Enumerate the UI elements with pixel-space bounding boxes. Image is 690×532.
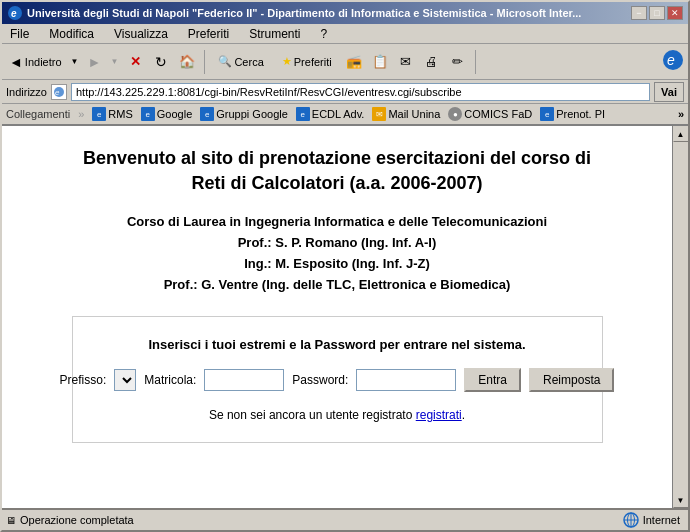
address-page-icon: e (51, 84, 67, 100)
subtitle-line-3: Ing.: M. Esposito (Ing. Inf. J-Z) (127, 254, 547, 275)
search-icon: 🔍 (218, 55, 232, 68)
menu-modifica[interactable]: Modifica (45, 26, 98, 42)
back-dropdown[interactable]: ▼ (69, 48, 81, 76)
links-label: Collegamenti (6, 108, 70, 120)
mail-button[interactable]: ✉ (395, 51, 417, 73)
scroll-down-button[interactable]: ▼ (673, 492, 689, 508)
history-button[interactable]: 📋 (369, 51, 391, 73)
status-icon: 🖥 (6, 515, 16, 526)
toolbar-sep-2 (475, 50, 476, 74)
window-title: Università degli Studi di Napoli "Federi… (27, 7, 581, 19)
links-sep: » (78, 108, 84, 120)
toolbar-sep-1 (204, 50, 205, 74)
go-button[interactable]: Vai (654, 82, 684, 102)
login-fields: Prefisso: Matricola: Password: Entra Rei… (103, 368, 572, 392)
subtitle-line-4: Prof.: G. Ventre (Ing. delle TLC, Elettr… (127, 275, 547, 296)
subtitle-line-1: Corso di Laurea in Ingegneria Informatic… (127, 212, 547, 233)
main-title: Benvenuto al sito di prenotazione eserci… (83, 146, 591, 196)
comics-icon: ● (448, 107, 462, 121)
forward-icon: ► (88, 54, 102, 70)
mail-icon: ✉ (400, 54, 411, 69)
page-content: Benvenuto al sito di prenotazione eserci… (2, 126, 672, 508)
edit-button[interactable]: ✏ (447, 51, 469, 73)
rms-icon: e (92, 107, 106, 121)
link-rms[interactable]: e RMS (92, 107, 132, 121)
favorites-star-icon: ★ (282, 55, 292, 68)
matricola-input[interactable] (204, 369, 284, 391)
page-icon: e (53, 86, 65, 98)
link-comics[interactable]: ● COMICS FaD (448, 107, 532, 121)
reimposta-button[interactable]: Reimposta (529, 368, 614, 392)
window-controls: − □ ✕ (631, 6, 683, 20)
favorites-button[interactable]: ★ Preferiti (275, 48, 339, 76)
links-expand-button[interactable]: » (678, 108, 684, 120)
password-label: Password: (292, 373, 348, 387)
subtitle-section: Corso di Laurea in Ingegneria Informatic… (127, 212, 547, 295)
back-button[interactable]: ◄ Indietro (6, 48, 65, 76)
internet-zone: Internet (623, 512, 680, 528)
browser-window: e Università degli Studi di Napoli "Fede… (0, 0, 690, 532)
entra-button[interactable]: Entra (464, 368, 521, 392)
menu-strumenti[interactable]: Strumenti (245, 26, 304, 42)
search-button[interactable]: 🔍 Cerca (211, 48, 270, 76)
forward-button[interactable]: ► (85, 48, 105, 76)
link-prenot[interactable]: e Prenot. PI (540, 107, 605, 121)
status-bar: 🖥 Operazione completata Internet (2, 508, 688, 530)
status-text: Operazione completata (20, 514, 619, 526)
internet-label: Internet (643, 514, 680, 526)
menu-visualizza[interactable]: Visualizza (110, 26, 172, 42)
ecdl-icon: e (296, 107, 310, 121)
media-button[interactable]: 📻 (343, 51, 365, 73)
address-label: Indirizzo (6, 86, 47, 98)
ie-toolbar-icon: e (662, 49, 684, 71)
gruppi-icon: e (200, 107, 214, 121)
login-box: Inserisci i tuoi estremi e la Password p… (72, 316, 603, 443)
menu-bar: File Modifica Visualizza Preferiti Strum… (2, 24, 688, 44)
menu-preferiti[interactable]: Preferiti (184, 26, 233, 42)
media-icon: 📻 (346, 54, 362, 69)
register-link[interactable]: registrati (416, 408, 462, 422)
subtitle-line-2: Prof.: S. P. Romano (Ing. Inf. A-I) (127, 233, 547, 254)
link-google[interactable]: e Google (141, 107, 192, 121)
google-icon: e (141, 107, 155, 121)
refresh-button[interactable]: ↻ (150, 51, 172, 73)
home-icon: 🏠 (179, 54, 195, 69)
home-button[interactable]: 🏠 (176, 51, 198, 73)
login-instruction: Inserisci i tuoi estremi e la Password p… (103, 337, 572, 352)
title-bar: e Università degli Studi di Napoli "Fede… (2, 2, 688, 24)
maximize-button[interactable]: □ (649, 6, 665, 20)
scrollbar: ▲ ▼ (672, 126, 688, 508)
refresh-icon: ↻ (155, 54, 167, 70)
print-icon: 🖨 (425, 54, 438, 69)
link-ecdl[interactable]: e ECDL Adv. (296, 107, 365, 121)
print-button[interactable]: 🖨 (421, 51, 443, 73)
address-bar: Indirizzo e Vai (2, 80, 688, 104)
link-mail-unina[interactable]: ✉ Mail Unina (372, 107, 440, 121)
svg-text:e: e (55, 88, 60, 97)
ie-logo-toolbar: e (662, 49, 684, 74)
svg-text:e: e (667, 52, 675, 68)
address-input[interactable] (71, 83, 650, 101)
prefisso-select[interactable] (114, 369, 136, 391)
link-gruppi-google[interactable]: e Gruppi Google (200, 107, 288, 121)
globe-icon (623, 512, 639, 528)
menu-file[interactable]: File (6, 26, 33, 42)
back-arrow-icon: ◄ (9, 54, 23, 70)
register-text: Se non sei ancora un utente registrato r… (103, 408, 572, 422)
history-icon: 📋 (372, 54, 388, 69)
favorites-label: Preferiti (294, 56, 332, 68)
svg-text:e: e (11, 8, 17, 19)
prefisso-label: Prefisso: (60, 373, 107, 387)
forward-dropdown[interactable]: ▼ (108, 48, 120, 76)
toolbar: ◄ Indietro ▼ ► ▼ ✕ ↻ 🏠 🔍 Cerca ★ P (2, 44, 688, 80)
stop-button[interactable]: ✕ (124, 51, 146, 73)
search-label: Cerca (234, 56, 263, 68)
menu-help[interactable]: ? (317, 26, 332, 42)
ie-logo-icon: e (7, 5, 23, 21)
scroll-up-button[interactable]: ▲ (673, 126, 689, 142)
minimize-button[interactable]: − (631, 6, 647, 20)
password-input[interactable] (356, 369, 456, 391)
mail-unina-icon: ✉ (372, 107, 386, 121)
close-button[interactable]: ✕ (667, 6, 683, 20)
prenot-icon: e (540, 107, 554, 121)
